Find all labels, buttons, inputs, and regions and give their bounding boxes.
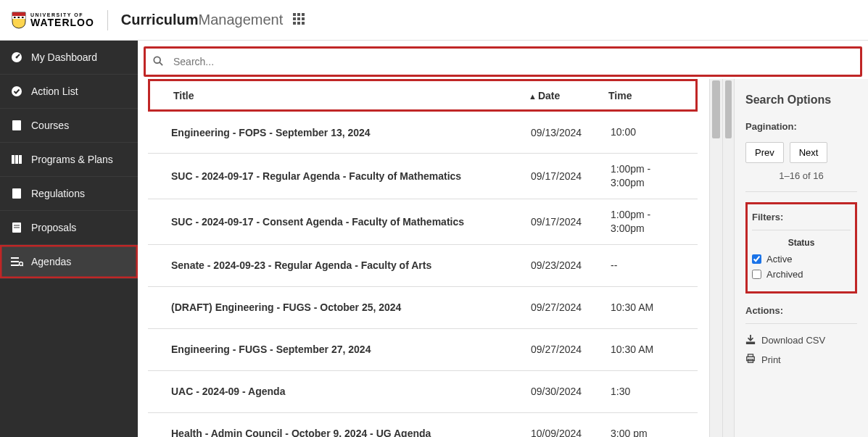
doc-icon bbox=[10, 222, 23, 233]
print-action[interactable]: Print bbox=[745, 354, 857, 366]
download-icon bbox=[745, 334, 756, 346]
books-icon bbox=[10, 154, 23, 165]
svg-rect-7 bbox=[297, 17, 300, 20]
sidebar-item-label: Action List bbox=[31, 86, 78, 97]
book-icon bbox=[10, 120, 23, 131]
university-logo[interactable]: UNIVERSITY OF WATERLOO bbox=[12, 12, 94, 29]
separator bbox=[107, 10, 108, 30]
filter-active-row[interactable]: Active bbox=[752, 254, 851, 265]
pagination-range: 1–16 of 16 bbox=[745, 170, 857, 181]
sidebar-item-proposals[interactable]: Proposals bbox=[0, 211, 138, 245]
row-time: 10:30 AM bbox=[611, 301, 683, 315]
next-button[interactable]: Next bbox=[790, 142, 828, 163]
svg-rect-11 bbox=[302, 22, 305, 25]
row-time: 10:30 AM bbox=[611, 343, 683, 357]
row-date: 09/27/2024 bbox=[531, 344, 611, 355]
row-time: -- bbox=[611, 259, 683, 272]
row-time: 1:00pm - 3:00pm bbox=[611, 208, 683, 236]
row-title: Engineering - FOPS - September 13, 2024 bbox=[171, 127, 531, 138]
rightpanel-scrollbar[interactable] bbox=[722, 79, 734, 437]
print-icon bbox=[745, 354, 756, 366]
svg-point-26 bbox=[20, 262, 23, 266]
row-date: 09/17/2024 bbox=[531, 216, 611, 228]
svg-rect-2 bbox=[22, 17, 24, 18]
sidebar-item-agendas[interactable]: Agendas bbox=[0, 245, 138, 279]
row-time: 3:00 pm bbox=[611, 427, 683, 437]
row-date: 10/09/2024 bbox=[531, 428, 611, 437]
pagination-label: Pagination: bbox=[745, 121, 857, 132]
svg-rect-9 bbox=[293, 22, 296, 25]
svg-rect-19 bbox=[12, 188, 21, 199]
main-content: Title ▲Date Time Engineering - FOPS - Se… bbox=[138, 41, 868, 437]
filter-active-checkbox[interactable] bbox=[752, 254, 761, 264]
row-date: 09/27/2024 bbox=[531, 301, 611, 313]
sidebar-item-courses[interactable]: Courses bbox=[0, 109, 138, 143]
sidebar-item-label: Regulations bbox=[31, 188, 85, 199]
dashboard-icon bbox=[10, 51, 23, 63]
scrollbar-thumb[interactable] bbox=[725, 80, 732, 138]
row-title: Engineering - FUGS - September 27, 2024 bbox=[171, 344, 531, 355]
university-label-line2: WATERLOO bbox=[30, 17, 94, 28]
right-panel: Search Options Pagination: Prev Next 1–1… bbox=[734, 79, 868, 437]
filter-group-status: Status bbox=[752, 238, 851, 248]
row-time: 1:00pm - 3:00pm bbox=[611, 162, 683, 190]
svg-rect-0 bbox=[14, 17, 16, 18]
filter-active-label: Active bbox=[766, 254, 792, 265]
list-icon bbox=[10, 257, 23, 267]
svg-rect-6 bbox=[293, 17, 296, 20]
sidebar-item-label: Programs & Plans bbox=[31, 154, 113, 165]
row-date: 09/30/2024 bbox=[531, 386, 611, 397]
separator bbox=[745, 323, 857, 324]
agenda-table: Title ▲Date Time Engineering - FOPS - Se… bbox=[138, 79, 709, 437]
row-title: Health - Admin Council - October 9, 2024… bbox=[171, 428, 531, 437]
svg-rect-5 bbox=[302, 13, 305, 16]
top-bar: UNIVERSITY OF WATERLOO CurriculumManagem… bbox=[0, 0, 868, 41]
svg-rect-8 bbox=[302, 17, 305, 20]
download-csv-action[interactable]: Download CSV bbox=[745, 334, 857, 346]
svg-line-27 bbox=[22, 265, 23, 266]
sidebar-item-label: Courses bbox=[31, 120, 69, 131]
sidebar-item-label: Proposals bbox=[31, 222, 76, 233]
row-title: SUC - 2024-09-17 - Regular Agenda - Facu… bbox=[171, 170, 531, 182]
sidebar: My DashboardAction ListCoursesPrograms &… bbox=[0, 41, 138, 437]
row-date: 09/13/2024 bbox=[531, 127, 611, 138]
column-header-title[interactable]: Title bbox=[173, 90, 529, 101]
svg-rect-17 bbox=[15, 155, 18, 164]
svg-point-28 bbox=[154, 57, 160, 63]
waterloo-shield-icon bbox=[12, 12, 26, 29]
table-row[interactable]: UAC - 2024-09 - Agenda09/30/20241:30 bbox=[148, 371, 698, 413]
svg-rect-31 bbox=[748, 354, 753, 357]
sidebar-item-programs-plans[interactable]: Programs & Plans bbox=[0, 143, 138, 177]
filter-archived-checkbox[interactable] bbox=[752, 270, 761, 279]
sidebar-item-regulations[interactable]: Regulations bbox=[0, 177, 138, 211]
table-row[interactable]: Engineering - FOPS - September 13, 20240… bbox=[148, 112, 698, 154]
table-row[interactable]: Engineering - FUGS - September 27, 20240… bbox=[148, 329, 698, 371]
table-scrollbar[interactable] bbox=[709, 79, 722, 437]
table-row[interactable]: Senate - 2024-09-23 - Regular Agenda - F… bbox=[148, 245, 698, 287]
table-row[interactable]: SUC - 2024-09-17 - Consent Agenda - Facu… bbox=[148, 199, 698, 245]
table-row[interactable]: SUC - 2024-09-17 - Regular Agenda - Facu… bbox=[148, 154, 698, 199]
filters-label: Filters: bbox=[752, 212, 851, 222]
filter-archived-label: Archived bbox=[766, 269, 803, 280]
prev-button[interactable]: Prev bbox=[745, 142, 784, 163]
row-title: SUC - 2024-09-17 - Consent Agenda - Facu… bbox=[171, 216, 531, 228]
sidebar-item-action-list[interactable]: Action List bbox=[0, 75, 138, 109]
column-header-date[interactable]: ▲Date bbox=[529, 90, 608, 101]
row-time: 10:00 bbox=[611, 125, 683, 139]
scrollbar-thumb[interactable] bbox=[712, 80, 720, 138]
search-input[interactable] bbox=[170, 53, 853, 70]
svg-rect-10 bbox=[297, 22, 300, 25]
column-header-time[interactable]: Time bbox=[608, 90, 681, 101]
table-row[interactable]: (DRAFT) Engineering - FUGS - October 25,… bbox=[148, 287, 698, 329]
filter-archived-row[interactable]: Archived bbox=[752, 269, 851, 280]
filters-box: Filters: Status Active Archived bbox=[745, 202, 857, 294]
row-title: (DRAFT) Engineering - FUGS - October 25,… bbox=[171, 301, 531, 313]
svg-rect-18 bbox=[19, 155, 22, 164]
svg-rect-1 bbox=[18, 17, 20, 18]
row-time: 1:30 bbox=[611, 385, 683, 399]
apps-grid-icon[interactable] bbox=[293, 13, 305, 27]
svg-rect-16 bbox=[12, 155, 15, 164]
svg-line-29 bbox=[160, 62, 162, 65]
table-row[interactable]: Health - Admin Council - October 9, 2024… bbox=[148, 413, 698, 437]
sidebar-item-my-dashboard[interactable]: My Dashboard bbox=[0, 41, 138, 75]
